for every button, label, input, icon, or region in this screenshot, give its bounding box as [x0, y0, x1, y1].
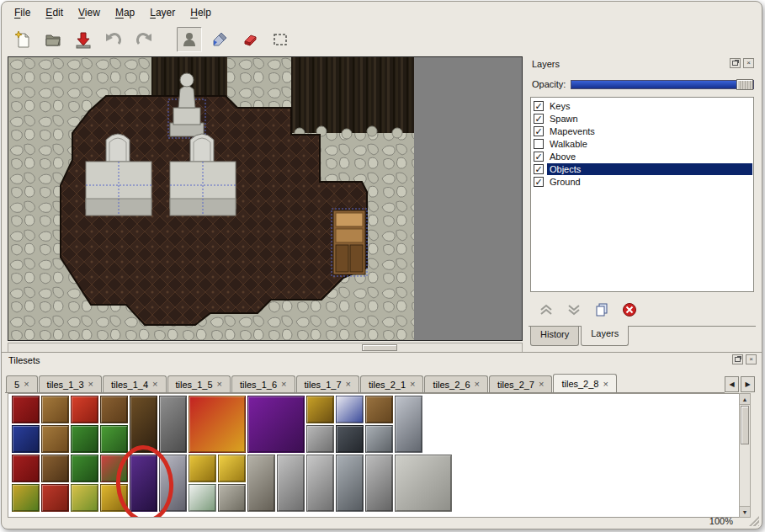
layer-row-spawn[interactable]: ✓Spawn	[531, 112, 753, 125]
scroll-tabs-left-icon[interactable]: ◀	[725, 376, 739, 392]
tileset-tab-tiles_1_7[interactable]: tiles_1_7×	[296, 375, 359, 392]
tileset-tab-tiles_2_1[interactable]: tiles_2_1×	[360, 375, 423, 392]
brush-tool-button[interactable]	[207, 27, 232, 52]
tile-gold-key[interactable]	[189, 455, 216, 482]
layer-row-mapevents[interactable]: ✓Mapevents	[531, 125, 753, 137]
redo-button[interactable]	[131, 27, 157, 52]
tile-brown-door[interactable]	[130, 396, 157, 453]
tab-close-icon[interactable]: ×	[603, 380, 608, 389]
layer-row-objects[interactable]: ✓Objects	[531, 162, 753, 175]
tab-close-icon[interactable]: ×	[539, 380, 544, 389]
tile-angel-statue[interactable]	[306, 455, 334, 512]
new-file-button[interactable]	[10, 27, 35, 52]
tab-close-icon[interactable]: ×	[152, 380, 157, 389]
tile-gray-door[interactable]	[159, 396, 187, 453]
map-canvas[interactable]	[8, 57, 522, 340]
delete-layer-button[interactable]	[619, 301, 640, 319]
tile-purple-door[interactable]	[130, 455, 157, 512]
layer-checkbox[interactable]: ✓	[534, 177, 544, 187]
menu-item-help[interactable]: Help	[183, 3, 219, 22]
tile-wooden-shelf[interactable]	[100, 396, 128, 423]
tile-tombstone[interactable]	[365, 455, 393, 512]
tile-gargoyle[interactable]	[365, 425, 393, 453]
tile-wooden-loom[interactable]	[41, 396, 69, 423]
save-button[interactable]	[71, 27, 96, 52]
tile-stone-block[interactable]	[395, 455, 452, 512]
tile-white-lily[interactable]	[189, 484, 216, 512]
layer-checkbox[interactable]: ✓	[534, 114, 544, 124]
layer-checkbox[interactable]: ✓	[534, 164, 544, 174]
close-panel-icon[interactable]: ×	[743, 58, 754, 68]
panel-tab-history[interactable]: History	[530, 327, 579, 346]
tile-praying-statue[interactable]	[277, 455, 305, 512]
tileset-grid[interactable]	[8, 393, 741, 518]
tileset-tab-tiles_1_5[interactable]: tiles_1_5×	[167, 375, 231, 392]
tileset-tab-tiles_1_6[interactable]: tiles_1_6×	[231, 375, 295, 392]
tile-gold-treasure[interactable]	[218, 455, 246, 482]
tileset-tab-tiles_2_6[interactable]: tiles_2_6×	[424, 375, 487, 392]
move-layer-up-button[interactable]	[535, 301, 557, 319]
tab-close-icon[interactable]: ×	[346, 380, 351, 389]
tile-scroll-pot[interactable]	[41, 484, 69, 512]
layer-row-ground[interactable]: ✓Ground	[531, 175, 753, 188]
tab-close-icon[interactable]: ×	[475, 380, 480, 389]
scroll-tabs-right-icon[interactable]: ▶	[741, 376, 755, 392]
menu-item-layer[interactable]: Layer	[142, 3, 183, 22]
tile-bookshelf[interactable]	[41, 455, 69, 482]
tile-mirror-door[interactable]	[159, 455, 187, 512]
stamp-tool-button[interactable]	[177, 27, 202, 52]
tile-wooden-table[interactable]	[365, 396, 393, 423]
menu-item-map[interactable]: Map	[108, 3, 142, 22]
tile-gargoyle-2[interactable]	[336, 455, 364, 512]
tile-boulder[interactable]	[247, 455, 275, 512]
menu-item-view[interactable]: View	[71, 3, 108, 22]
layer-checkbox[interactable]: ✓	[534, 101, 544, 111]
layer-checkbox[interactable]: ✓	[534, 152, 544, 162]
tile-picture-frame[interactable]	[306, 396, 334, 423]
tile-shield-banner[interactable]	[336, 396, 364, 423]
tile-red-cushion[interactable]	[71, 396, 98, 423]
tile-banana-plant[interactable]	[71, 484, 98, 512]
resize-grip[interactable]	[749, 516, 759, 526]
tile-red-banner[interactable]	[12, 396, 40, 423]
tile-red-banner-2[interactable]	[12, 455, 40, 482]
tile-potted-plant-2[interactable]	[100, 425, 128, 453]
tileset-tab-tiles_1_4[interactable]: tiles_1_4×	[103, 375, 166, 392]
menu-item-edit[interactable]: Edit	[38, 3, 71, 22]
tile-potted-plant-3[interactable]	[71, 455, 98, 482]
move-layer-down-button[interactable]	[563, 301, 585, 319]
eraser-tool-button[interactable]	[237, 27, 263, 52]
close-panel-icon[interactable]: ×	[746, 354, 757, 364]
duplicate-layer-button[interactable]	[591, 301, 613, 319]
open-button[interactable]	[40, 27, 66, 52]
tile-dark-coffin[interactable]	[336, 425, 364, 453]
tile-flower-plant[interactable]	[100, 455, 128, 482]
tile-green-banner[interactable]	[12, 484, 40, 512]
tile-potted-plant[interactable]	[71, 425, 98, 453]
menu-item-file[interactable]: File	[7, 3, 38, 22]
tab-close-icon[interactable]: ×	[24, 380, 29, 389]
layer-row-walkable[interactable]: Walkable	[531, 137, 753, 150]
scroll-up-icon[interactable]: ▲	[740, 394, 750, 405]
opacity-slider-handle[interactable]	[736, 79, 753, 90]
tile-purple-throne[interactable]	[247, 396, 305, 453]
scrollbar-thumb[interactable]	[741, 406, 749, 444]
select-tool-button[interactable]	[268, 27, 293, 52]
undo-button[interactable]	[101, 27, 126, 52]
tileset-tab-tiles_2_7[interactable]: tiles_2_7×	[489, 375, 552, 392]
tile-wooden-roller[interactable]	[41, 425, 69, 453]
tile-gold-horn[interactable]	[100, 484, 128, 512]
tile-red-throne[interactable]	[189, 396, 246, 453]
float-panel-icon[interactable]	[730, 58, 741, 68]
layer-checkbox[interactable]: ✓	[534, 126, 544, 136]
scrollbar-thumb[interactable]	[362, 344, 397, 351]
opacity-slider[interactable]	[571, 80, 754, 89]
tab-close-icon[interactable]: ×	[410, 380, 415, 389]
panel-tab-layers[interactable]: Layers	[581, 326, 629, 346]
tile-obelisk[interactable]	[306, 425, 334, 453]
tab-close-icon[interactable]: ×	[281, 380, 286, 389]
tile-blue-banner[interactable]	[12, 425, 40, 453]
tileset-tab-5[interactable]: 5×	[6, 375, 38, 392]
layer-checkbox[interactable]	[534, 139, 544, 149]
layer-row-keys[interactable]: ✓Keys	[531, 99, 753, 112]
